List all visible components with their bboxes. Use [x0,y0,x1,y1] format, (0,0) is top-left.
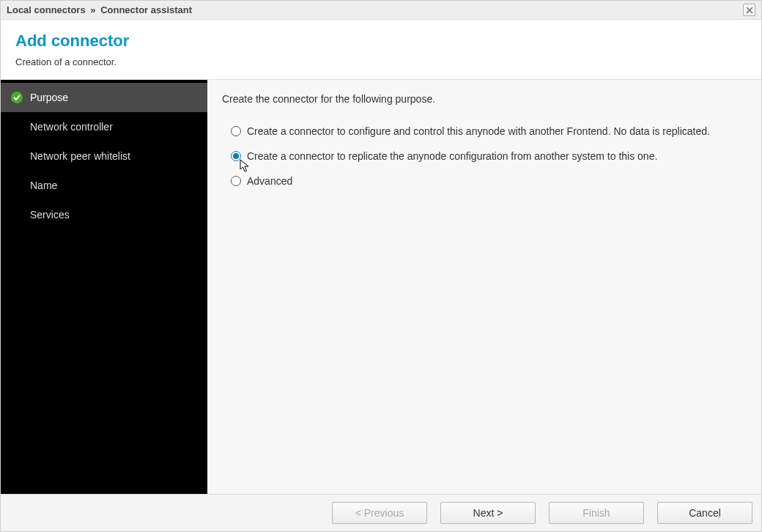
radio-option-replicate[interactable]: Create a connector to replicate the anyn… [231,150,747,162]
breadcrumb-part1: Local connectors [7,4,86,15]
sidebar-item-label: Services [30,209,70,221]
sidebar-item-label: Network controller [30,121,113,133]
footer: < Previous Next > Finish Cancel [1,494,761,531]
page-subtitle: Creation of a connector. [15,56,747,67]
content-intro: Create the connector for the following p… [222,93,747,105]
radio-icon [231,176,241,186]
finish-button[interactable]: Finish [549,502,644,524]
sidebar-item-label: Name [30,180,57,191]
sidebar-item-services[interactable]: Services [1,200,207,229]
radio-icon [231,126,241,136]
titlebar: Local connectors » Connector assistant [1,1,761,20]
next-button[interactable]: Next > [440,502,536,524]
check-icon [11,92,23,103]
radio-icon [231,151,241,161]
sidebar-item-network-peer-whitelist[interactable]: Network peer whitelist [1,141,207,171]
sidebar-item-purpose[interactable]: Purpose [1,83,207,112]
sidebar-item-network-controller[interactable]: Network controller [1,112,207,141]
radio-option-configure-control[interactable]: Create a connector to configure and cont… [231,125,747,137]
radio-label: Create a connector to replicate the anyn… [247,150,657,162]
radio-label: Advanced [247,175,292,187]
sidebar-item-label: Network peer whitelist [30,150,130,162]
page-title: Add connector [15,32,747,51]
cancel-button[interactable]: Cancel [657,502,752,524]
close-icon[interactable] [743,4,755,16]
content-panel: Create the connector for the following p… [207,80,761,494]
sidebar-item-label: Purpose [30,92,68,103]
sidebar-item-name[interactable]: Name [1,171,207,200]
previous-button[interactable]: < Previous [332,502,427,524]
radio-group-purpose: Create a connector to configure and cont… [222,125,747,187]
radio-option-advanced[interactable]: Advanced [231,175,747,187]
breadcrumb-part2: Connector assistant [100,4,192,15]
radio-dot-icon [233,153,239,159]
sidebar: Purpose Network controller Network peer … [1,80,207,494]
breadcrumb: Local connectors » Connector assistant [7,4,192,15]
dialog-window: Local connectors » Connector assistant A… [0,0,762,532]
radio-label: Create a connector to configure and cont… [247,125,710,137]
header: Add connector Creation of a connector. [1,20,761,80]
breadcrumb-separator: » [90,4,95,15]
body: Purpose Network controller Network peer … [1,80,761,494]
